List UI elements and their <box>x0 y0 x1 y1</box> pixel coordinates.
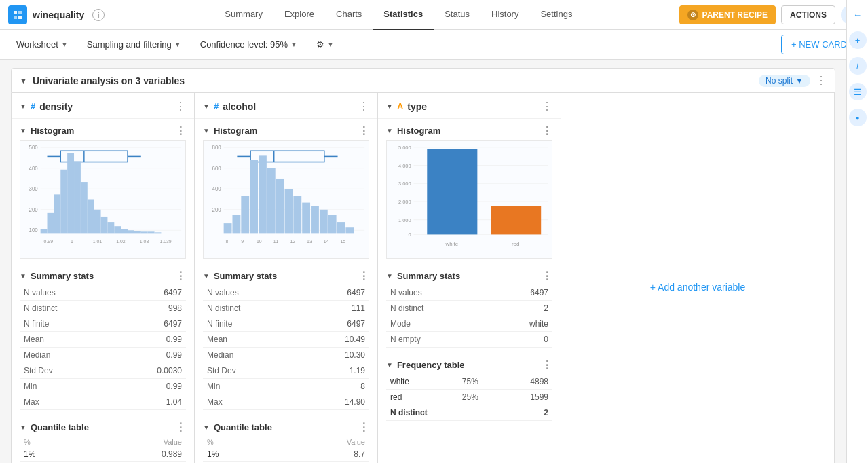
density-card: ▼ # density ⋮ ▼ Histogram ⋮ <box>12 93 195 463</box>
svg-text:1: 1 <box>71 239 73 244</box>
cards-container: ▼ # density ⋮ ▼ Histogram ⋮ <box>11 93 835 463</box>
density-quantile-collapse[interactable]: ▼ <box>20 424 26 431</box>
confidence-label: Confidence level: 95% <box>200 39 288 50</box>
density-card-header: ▼ # density ⋮ <box>12 93 194 119</box>
table-row: Max1.04 <box>20 394 186 410</box>
alcohol-menu-icon[interactable]: ⋮ <box>358 100 369 113</box>
svg-text:1.039: 1.039 <box>159 239 171 244</box>
sidebar-chat-icon[interactable]: ☰ <box>849 83 867 100</box>
density-type-badge: # <box>31 101 35 111</box>
worksheet-dropdown[interactable]: Worksheet ▼ <box>11 37 73 52</box>
type-menu-icon[interactable]: ⋮ <box>542 100 552 113</box>
sidebar-back-arrow[interactable]: ← <box>849 5 867 23</box>
alcohol-quantile-col1: % <box>207 438 286 446</box>
table-row: red 25% 1599 <box>386 390 552 405</box>
density-histogram-menu[interactable]: ⋮ <box>175 124 186 137</box>
section-menu-icon[interactable]: ⋮ <box>816 74 827 87</box>
sampling-label: Sampling and filtering <box>87 39 172 50</box>
density-stats-menu[interactable]: ⋮ <box>175 270 186 282</box>
type-stats-section: ▼ Summary stats ⋮ N values6497 N distinc… <box>378 264 561 353</box>
nav-statistics[interactable]: Statistics <box>373 0 434 30</box>
density-quantile-label: Quantile table <box>31 422 175 432</box>
type-frequency-collapse[interactable]: ▼ <box>386 361 393 369</box>
svg-rect-2 <box>14 16 17 19</box>
density-quantile-section: ▼ Quantile table ⋮ % Value 1%0.989 5%0.9… <box>12 415 194 463</box>
svg-rect-65 <box>311 206 319 234</box>
actions-button[interactable]: ACTIONS <box>781 5 835 24</box>
toolbar: Worksheet ▼ Sampling and filtering ▼ Con… <box>0 30 868 60</box>
nav-settings[interactable]: Settings <box>529 0 583 30</box>
svg-rect-61 <box>276 179 284 233</box>
alcohol-histogram-chart: 800 600 400 200 <box>203 140 369 259</box>
nav-explore[interactable]: Explore <box>273 0 325 30</box>
svg-text:400: 400 <box>29 166 39 172</box>
settings-gear[interactable]: ⚙ ▼ <box>311 37 339 52</box>
alcohol-stats-collapse[interactable]: ▼ <box>203 272 210 280</box>
type-stats-menu[interactable]: ⋮ <box>542 270 552 282</box>
nav-status[interactable]: Status <box>434 0 480 30</box>
app-logo-icon <box>8 5 27 24</box>
type-collapse-icon[interactable]: ▼ <box>386 103 393 110</box>
parent-recipe-button[interactable]: ⊙ PARENT RECIPE <box>679 5 776 24</box>
svg-rect-0 <box>14 11 17 14</box>
alcohol-stats-menu[interactable]: ⋮ <box>358 270 369 282</box>
svg-text:13: 13 <box>307 239 312 244</box>
type-frequency-menu[interactable]: ⋮ <box>542 358 552 371</box>
app-logo[interactable]: winequality i <box>8 5 105 24</box>
section-title: Univariate analysis on 3 variables <box>33 75 753 86</box>
parent-recipe-label: PARENT RECIPE <box>702 10 768 20</box>
svg-text:1.02: 1.02 <box>116 239 126 244</box>
alcohol-histogram-section: ▼ Histogram ⋮ 800 600 400 200 <box>195 119 377 264</box>
sidebar-info-icon[interactable]: i <box>849 57 867 75</box>
table-row: N finite6497 <box>203 316 369 332</box>
table-row: Min0.99 <box>20 379 186 394</box>
svg-rect-19 <box>48 213 54 234</box>
density-menu-icon[interactable]: ⋮ <box>175 100 186 113</box>
density-histogram-section: ▼ Histogram ⋮ 500 400 30 <box>12 119 194 264</box>
alcohol-histogram-menu[interactable]: ⋮ <box>358 124 369 137</box>
density-quantile-menu[interactable]: ⋮ <box>175 421 186 434</box>
svg-text:4,000: 4,000 <box>398 163 411 169</box>
sidebar-plus-icon[interactable]: + <box>849 31 867 49</box>
app-info-icon[interactable]: i <box>92 9 105 21</box>
right-sidebar: ← + i ☰ ● <box>846 0 868 463</box>
section-collapse-icon[interactable]: ▼ <box>20 77 27 85</box>
type-frequency-section: ▼ Frequency table ⋮ white 75% 4898 red 2… <box>378 353 561 426</box>
add-variable-card[interactable]: + Add another variable <box>561 93 835 463</box>
svg-rect-27 <box>101 217 108 233</box>
svg-rect-56 <box>232 215 240 233</box>
svg-text:11: 11 <box>273 239 279 244</box>
type-histogram-menu[interactable]: ⋮ <box>542 124 552 137</box>
type-card-header: ▼ A type ⋮ <box>378 93 561 119</box>
alcohol-collapse-icon[interactable]: ▼ <box>203 103 210 110</box>
alcohol-histogram-collapse[interactable]: ▼ <box>203 127 210 134</box>
alcohol-quantile-menu[interactable]: ⋮ <box>358 421 369 434</box>
nav-charts[interactable]: Charts <box>325 0 373 30</box>
alcohol-card: ▼ # alcohol ⋮ ▼ Histogram ⋮ <box>195 93 378 463</box>
svg-rect-26 <box>94 210 101 234</box>
svg-text:12: 12 <box>290 239 295 244</box>
no-split-label: No split <box>766 76 793 86</box>
table-row: Std Dev1.19 <box>203 363 369 379</box>
nav-history[interactable]: History <box>480 0 529 30</box>
svg-rect-63 <box>293 196 301 233</box>
sidebar-dot-icon[interactable]: ● <box>849 109 867 126</box>
density-collapse-icon[interactable]: ▼ <box>20 103 26 110</box>
confidence-dropdown[interactable]: Confidence level: 95% ▼ <box>195 37 303 52</box>
type-stats-collapse[interactable]: ▼ <box>386 272 393 280</box>
sampling-dropdown[interactable]: Sampling and filtering ▼ <box>81 37 187 52</box>
table-row: Median10.30 <box>203 348 369 363</box>
table-row: N empty0 <box>386 332 552 348</box>
density-stats-collapse[interactable]: ▼ <box>20 272 26 280</box>
type-histogram-collapse[interactable]: ▼ <box>386 127 393 134</box>
alcohol-title: alcohol <box>223 101 354 112</box>
svg-rect-31 <box>128 230 134 233</box>
alcohol-quantile-collapse[interactable]: ▼ <box>203 424 210 431</box>
nav-summary[interactable]: Summary <box>214 0 273 30</box>
svg-rect-57 <box>241 196 249 233</box>
app-name: winequality <box>33 10 84 20</box>
no-split-badge[interactable]: No split ▼ <box>759 75 810 87</box>
density-quantile-col1: % <box>24 438 103 446</box>
density-histogram-collapse[interactable]: ▼ <box>20 127 26 134</box>
svg-rect-29 <box>114 226 121 233</box>
